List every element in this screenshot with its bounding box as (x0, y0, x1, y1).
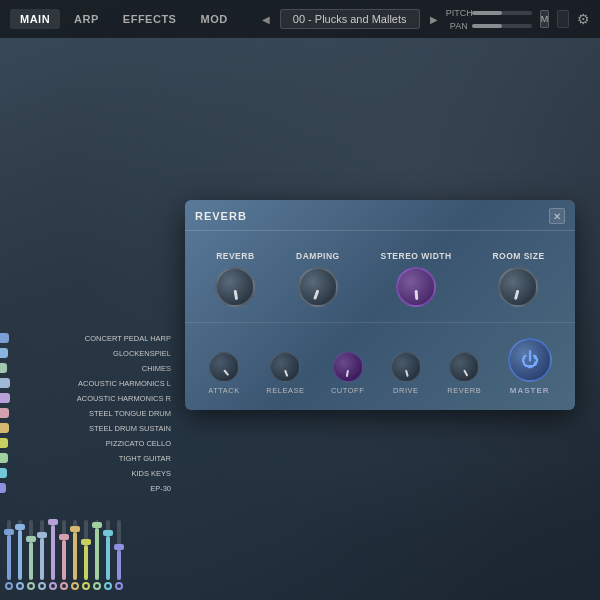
instrument-name-5: STEEL TONGUE DRUM (13, 409, 171, 418)
bottom-knob-label-3: DRIVE (393, 386, 418, 395)
fader-fill-6 (73, 532, 77, 580)
bottom-knob-label-2: CUTOFF (331, 386, 364, 395)
master-button[interactable]: ⏻ (508, 338, 552, 382)
preset-next-button[interactable]: ▶ (426, 12, 442, 27)
bottom-knob-1[interactable] (270, 352, 300, 382)
fader-track-3[interactable] (40, 520, 44, 580)
bottom-knob-2[interactable] (333, 352, 363, 382)
instrument-color-bar-7 (0, 438, 8, 448)
instrument-row-10[interactable]: EP-30 (0, 481, 175, 495)
fader-track-7[interactable] (84, 520, 88, 580)
fader-fill-5 (62, 540, 66, 580)
instrument-name-4: ACOUSTIC HARMONICS R (14, 394, 172, 403)
instrument-row-3[interactable]: ACOUSTIC HARMONICS L (0, 376, 175, 390)
reverb-knob-2[interactable] (396, 267, 436, 307)
instrument-name-10: EP-30 (10, 484, 172, 493)
fader-track-2[interactable] (29, 520, 33, 580)
fader-knob-3 (37, 532, 47, 538)
tab-effects[interactable]: EFFECTS (113, 9, 187, 29)
reverb-knob-label-3: ROOM SIZE (492, 251, 544, 261)
preset-name[interactable]: 00 - Plucks and Mallets (280, 9, 420, 29)
reverb-knob-group-0: REVERB (215, 251, 255, 307)
fader-track-5[interactable] (62, 520, 66, 580)
fader-track-4[interactable] (51, 520, 55, 580)
bottom-knob-0[interactable] (209, 352, 239, 382)
pitch-row: PITCH (446, 8, 532, 18)
tab-main[interactable]: MAIN (10, 9, 60, 29)
bottom-dot-0 (5, 582, 13, 590)
small-knob-dot-2 (345, 370, 348, 377)
pan-slider[interactable] (472, 24, 532, 28)
master-group: ⏻MASTER (508, 338, 552, 395)
fader-knob-1 (15, 524, 25, 530)
fader-track-9[interactable] (106, 520, 110, 580)
instrument-color-bar-3 (0, 378, 10, 388)
fader-fill-2 (29, 542, 33, 580)
output-display (557, 10, 569, 28)
instrument-row-0[interactable]: CONCERT PEDAL HARP (0, 331, 175, 345)
bottom-knob-label-0: ATTACK (208, 386, 239, 395)
fader-fill-1 (18, 530, 22, 580)
master-label: MASTER (510, 386, 550, 395)
instrument-row-8[interactable]: TIGHT GUITAR (0, 451, 175, 465)
reverb-knob-3[interactable] (498, 267, 538, 307)
fader-track-1[interactable] (18, 520, 22, 580)
instrument-row-9[interactable]: KIDS KEYS (0, 466, 175, 480)
instrument-row-5[interactable]: STEEL TONGUE DRUM (0, 406, 175, 420)
instrument-color-bar-2 (0, 363, 7, 373)
instrument-row-6[interactable]: STEEL DRUM SUSTAIN (0, 421, 175, 435)
instrument-color-bar-10 (0, 483, 6, 493)
reverb-knob-group-2: STEREO WIDTH (380, 251, 451, 307)
tab-mod[interactable]: MOD (190, 9, 237, 29)
instrument-color-bar-5 (0, 408, 9, 418)
preset-area: ◀ 00 - Plucks and Mallets ▶ (258, 9, 442, 29)
mixer-panel: CONCERT PEDAL HARPGLOCKENSPIELCHIMESACOU… (0, 38, 175, 600)
bottom-dot-3 (38, 582, 46, 590)
instrument-row-7[interactable]: PIZZICATO CELLO (0, 436, 175, 450)
fader-col-2 (27, 520, 35, 590)
instrument-name-3: ACOUSTIC HARMONICS L (14, 379, 172, 388)
master-icon: ⏻ (521, 350, 539, 371)
small-knob-dot-0 (223, 369, 229, 376)
fader-knob-8 (92, 522, 102, 528)
fader-fill-0 (7, 535, 11, 580)
reverb-modal: REVERB ✕ REVERBDAMPINGSTEREO WIDTHROOM S… (185, 200, 575, 410)
instrument-row-2[interactable]: CHIMES (0, 361, 175, 375)
reverb-knob-group-3: ROOM SIZE (492, 251, 544, 307)
top-bar: MAIN ARP EFFECTS MOD ◀ 00 - Plucks and M… (0, 0, 600, 38)
instrument-list: CONCERT PEDAL HARPGLOCKENSPIELCHIMESACOU… (0, 38, 175, 500)
fader-col-7 (82, 520, 90, 590)
fader-fill-9 (106, 536, 110, 580)
bottom-knob-group-1: RELEASE (266, 352, 304, 395)
fader-fill-8 (95, 528, 99, 580)
bottom-knob-group-2: CUTOFF (331, 352, 364, 395)
instrument-row-1[interactable]: GLOCKENSPIEL (0, 346, 175, 360)
reverb-knob-0[interactable] (215, 267, 255, 307)
fader-track-6[interactable] (73, 520, 77, 580)
pitch-label: PITCH (446, 8, 468, 18)
fader-track-8[interactable] (95, 520, 99, 580)
bottom-dot-2 (27, 582, 35, 590)
m-button[interactable]: M (540, 10, 550, 28)
tab-arp[interactable]: ARP (64, 9, 109, 29)
bottom-knob-4[interactable] (449, 352, 479, 382)
fader-track-10[interactable] (117, 520, 121, 580)
instrument-color-bar-9 (0, 468, 7, 478)
fader-col-5 (60, 520, 68, 590)
fader-col-6 (71, 520, 79, 590)
fader-col-4 (49, 520, 57, 590)
instrument-row-4[interactable]: ACOUSTIC HARMONICS R (0, 391, 175, 405)
reverb-knob-1[interactable] (298, 267, 338, 307)
modal-close-button[interactable]: ✕ (549, 208, 565, 224)
gear-button[interactable]: ⚙ (577, 9, 590, 29)
bottom-knob-3[interactable] (391, 352, 421, 382)
bottom-knob-group-3: DRIVE (391, 352, 421, 395)
preset-prev-button[interactable]: ◀ (258, 12, 274, 27)
bottom-dot-4 (49, 582, 57, 590)
fader-track-0[interactable] (7, 520, 11, 580)
pitch-slider[interactable] (472, 11, 532, 15)
modal-title: REVERB (195, 210, 247, 222)
bottom-dot-6 (71, 582, 79, 590)
fader-col-9 (104, 520, 112, 590)
fader-knob-7 (81, 539, 91, 545)
